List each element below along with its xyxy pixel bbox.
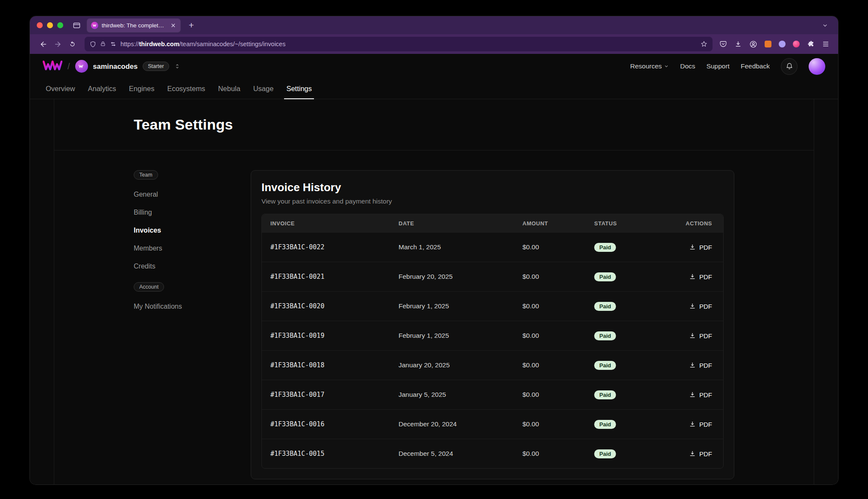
download-pdf-button[interactable]: PDF [689,362,712,369]
invoice-id: #1F33BA1C-0017 [262,391,390,399]
forward-icon[interactable] [50,37,65,51]
account-icon[interactable] [749,40,757,48]
support-link[interactable]: Support [707,62,730,70]
sidebar-item-billing[interactable]: Billing [134,204,251,221]
tab-engines[interactable]: Engines [123,79,161,99]
downloads-icon[interactable] [734,40,742,48]
download-pdf-button[interactable]: PDF [689,391,712,399]
col-date: DATE [390,220,514,227]
tab-analytics[interactable]: Analytics [82,79,123,99]
download-pdf-button[interactable]: PDF [689,244,712,251]
firefox-view-icon[interactable] [70,19,83,31]
url-text: https://thirdweb.com/team/saminacodes/~/… [120,41,285,47]
page-title: Team Settings [134,116,734,133]
tab-overview[interactable]: Overview [39,79,82,99]
pdf-label: PDF [699,244,712,251]
extension-fox-icon[interactable] [765,41,771,47]
docs-link[interactable]: Docs [680,62,695,70]
site-permissions-icon[interactable] [110,41,117,47]
card-title: Invoice History [261,181,724,194]
table-row: #1F33BA1C-0017 January 5, 2025 $0.00 Pai… [262,380,723,409]
new-tab-button[interactable]: + [185,19,197,31]
invoice-amount: $0.00 [514,273,586,281]
browser-window: thirdweb: The complete web3 d + [30,16,838,484]
settings-body: Team Settings Team General Billing Invoi… [54,99,814,484]
sidebar-item-credits[interactable]: Credits [134,257,251,275]
bookmark-star-icon[interactable] [701,41,707,47]
table-row: #1F33BA1C-0020 February 1, 2025 $0.00 Pa… [262,291,723,321]
status-badge: Paid [594,302,616,311]
download-pdf-button[interactable]: PDF [689,421,712,428]
pdf-label: PDF [699,332,712,340]
team-name[interactable]: saminacodes [93,62,138,71]
invoice-amount: $0.00 [514,391,586,399]
tab-usage[interactable]: Usage [247,79,280,99]
table-row: #1F33BA1C-0018 January 20, 2025 $0.00 Pa… [262,350,723,380]
status-badge: Paid [594,449,616,458]
extension-misc-icon[interactable] [793,41,800,47]
extension-wallet-icon[interactable] [779,41,786,47]
tab-ecosystems[interactable]: Ecosystems [161,79,211,99]
browser-tab-strip: thirdweb: The complete web3 d + [30,16,838,34]
download-icon [689,391,696,398]
invoice-amount: $0.00 [514,243,586,251]
thirdweb-logo[interactable] [43,60,62,73]
menu-icon[interactable] [822,40,830,48]
notifications-button[interactable] [781,58,798,75]
zoom-button[interactable] [57,22,63,28]
minimize-button[interactable] [47,22,53,28]
invoice-id: #1F33BA1C-0015 [262,450,390,458]
download-pdf-button[interactable]: PDF [689,450,712,458]
sidebar-item-invoices[interactable]: Invoices [134,221,251,239]
close-button[interactable] [37,22,43,28]
shield-icon[interactable] [90,41,96,47]
pdf-label: PDF [699,450,712,458]
sidebar-item-members[interactable]: Members [134,239,251,257]
download-pdf-button[interactable]: PDF [689,332,712,340]
bell-icon [786,62,793,70]
card-subtitle: View your past invoices and payment hist… [261,198,724,205]
extensions-puzzle-icon[interactable] [807,40,815,48]
invoice-amount: $0.00 [514,361,586,369]
invoice-date: December 5, 2024 [390,450,514,458]
feedback-link[interactable]: Feedback [741,62,770,70]
user-avatar[interactable] [809,58,825,75]
resources-link[interactable]: Resources [630,62,669,70]
dashboard-header: / saminacodes Starter Resources [30,54,838,79]
pocket-icon[interactable] [719,40,727,48]
invoice-id: #1F33BA1C-0019 [262,332,390,340]
list-all-tabs-chevron-icon[interactable] [818,19,831,31]
sidebar-item-my-notifications[interactable]: My Notifications [134,298,251,316]
team-switcher-icon[interactable] [174,63,180,70]
url-protocol: https:// [120,41,139,47]
tab-settings[interactable]: Settings [280,79,318,99]
sidebar-item-general[interactable]: General [134,186,251,204]
download-pdf-button[interactable]: PDF [689,303,712,310]
browser-tab[interactable]: thirdweb: The complete web3 d [87,19,180,32]
status-badge: Paid [594,390,616,399]
table-row: #1F33BA1C-0021 February 20, 2025 $0.00 P… [262,262,723,291]
pdf-label: PDF [699,303,712,310]
tab-close-icon[interactable] [170,22,176,29]
status-badge: Paid [594,420,616,429]
download-icon [689,303,696,310]
reload-icon[interactable] [65,37,79,51]
download-pdf-button[interactable]: PDF [689,273,712,281]
invoice-amount: $0.00 [514,302,586,310]
col-invoice: INVOICE [262,220,390,227]
lock-icon[interactable] [100,41,106,47]
chevron-down-icon [664,64,669,69]
team-avatar[interactable] [75,60,88,73]
tab-title: thirdweb: The complete web3 d [102,22,166,29]
invoice-id: #1F33BA1C-0020 [262,302,390,310]
dashboard-nav-tabs: Overview Analytics Engines Ecosystems Ne… [30,79,838,99]
url-bar[interactable]: https://thirdweb.com/team/saminacodes/~/… [85,37,713,51]
invoice-table-body: #1F33BA1C-0022 March 1, 2025 $0.00 Paid … [262,232,723,468]
pdf-label: PDF [699,391,712,399]
back-icon[interactable] [36,37,50,51]
tab-nebula[interactable]: Nebula [211,79,246,99]
status-badge: Paid [594,243,616,252]
status-badge: Paid [594,331,616,340]
download-icon [689,273,696,280]
invoice-id: #1F33BA1C-0022 [262,243,390,251]
